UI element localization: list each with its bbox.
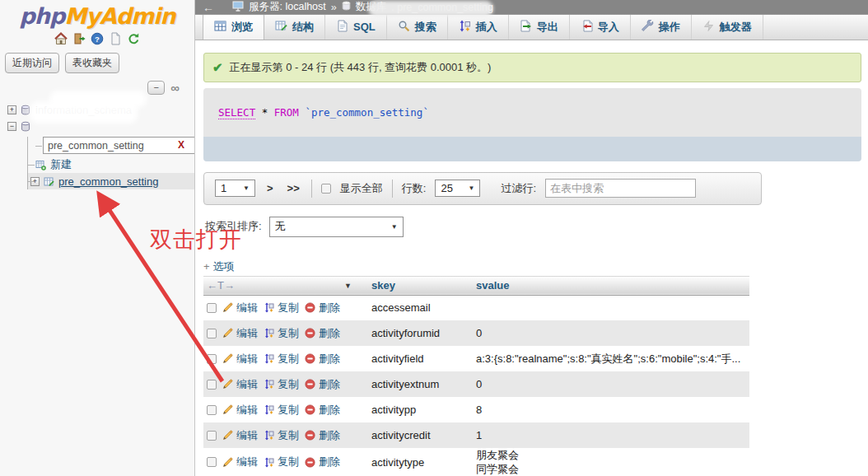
copy-link[interactable]: 复制 <box>264 428 299 443</box>
tree-filter-input[interactable] <box>43 137 195 154</box>
docs-icon[interactable] <box>109 32 122 45</box>
tab-insert[interactable]: 插入 <box>448 15 509 39</box>
delete-link[interactable]: 删除 <box>305 455 340 469</box>
copy-link[interactable]: 复制 <box>264 301 299 315</box>
edit-link[interactable]: 编辑 <box>222 428 258 443</box>
skey-cell: activitytype <box>368 448 473 476</box>
table-favorites-button[interactable]: 表收藏夹 <box>65 53 119 73</box>
edit-link[interactable]: 编辑 <box>222 326 258 341</box>
copy-link[interactable]: 复制 <box>264 455 299 469</box>
tab-search[interactable]: 搜索 <box>387 15 448 39</box>
breadcrumb-server[interactable]: 服务器: localhost <box>249 0 326 14</box>
back-arrow-icon[interactable]: ← <box>203 1 214 14</box>
refresh-icon[interactable] <box>127 32 140 45</box>
tab-label: 结构 <box>292 20 314 35</box>
server-icon <box>232 1 244 14</box>
table-link[interactable]: pre_common_setting <box>58 175 158 188</box>
copy-link[interactable]: 复制 <box>264 326 299 341</box>
tab-label: 导入 <box>598 20 619 35</box>
page-select[interactable]: 1 ▼ <box>215 180 255 197</box>
row-checkbox[interactable] <box>207 329 217 338</box>
options-label: 选项 <box>213 260 235 273</box>
copy-label: 复制 <box>278 352 299 366</box>
expand-icon[interactable]: + <box>7 105 16 114</box>
tab-operations[interactable]: 操作 <box>631 15 692 39</box>
edit-label: 编辑 <box>236 403 258 418</box>
home-icon[interactable] <box>54 32 68 45</box>
copy-label: 复制 <box>278 428 299 443</box>
delete-link[interactable]: 删除 <box>305 428 340 443</box>
expand-icon[interactable]: + <box>30 177 40 186</box>
edit-link[interactable]: 编辑 <box>222 352 258 366</box>
new-table-link[interactable]: 新建 <box>50 157 72 172</box>
options-toggle[interactable]: +选项 <box>203 259 861 274</box>
column-header-skey[interactable]: skey <box>368 276 473 295</box>
delete-icon <box>305 353 315 364</box>
collapse-all-button[interactable]: − <box>147 81 165 95</box>
svalue-line: 同学聚会 <box>476 462 746 476</box>
copy-link[interactable]: 复制 <box>264 377 299 392</box>
query-results-area: ✔ 正在显示第 0 - 24 行 (共 443 行, 查询花费 0.0001 秒… <box>195 40 868 476</box>
delete-link[interactable]: 删除 <box>305 377 340 392</box>
svalue-cell: 0 <box>473 320 749 346</box>
chevron-down-icon: ▼ <box>468 184 474 192</box>
delete-link[interactable]: 删除 <box>305 403 340 418</box>
column-header-svalue[interactable]: svalue <box>473 276 749 295</box>
link-with-main-panel-icon[interactable]: ∞ <box>170 82 180 94</box>
rows-select[interactable]: 25 ▼ <box>435 180 480 197</box>
tab-structure[interactable]: 结构 <box>264 15 325 39</box>
tab-triggers[interactable]: 触发器 <box>692 15 763 39</box>
sql-links-strip <box>203 137 861 161</box>
delete-label: 删除 <box>319 403 340 418</box>
pencil-icon <box>222 302 233 313</box>
row-checkbox[interactable] <box>207 303 217 313</box>
next-page-button[interactable]: > <box>264 182 276 194</box>
column-marker-header[interactable]: ←T→ ▼ <box>203 276 368 295</box>
row-checkbox[interactable] <box>207 431 217 441</box>
column-marker-glyph: ←T→ <box>207 279 235 292</box>
tab-sql[interactable]: SQL <box>325 15 387 39</box>
logo-php: php <box>19 3 64 29</box>
copy-link[interactable]: 复制 <box>264 403 299 418</box>
logout-icon[interactable] <box>72 32 86 45</box>
collapse-icon[interactable]: − <box>7 122 16 131</box>
sort-triangle-icon[interactable]: ▼ <box>344 282 352 290</box>
clear-filter-button[interactable]: X <box>178 139 184 151</box>
edit-link[interactable]: 编辑 <box>222 377 258 392</box>
tree-item-pre-common-setting[interactable]: + pre_common_setting <box>28 173 194 189</box>
tab-import[interactable]: 导入 <box>570 15 631 39</box>
help-icon[interactable]: ? <box>91 32 104 45</box>
filter-rows-input[interactable] <box>545 179 696 198</box>
delete-link[interactable]: 删除 <box>305 326 340 341</box>
show-all-checkbox[interactable] <box>321 184 331 194</box>
chevron-down-icon: ▼ <box>391 223 398 231</box>
skey-cell: activityforumid <box>368 320 473 346</box>
sort-select-value: 无 <box>275 219 286 234</box>
row-checkbox[interactable] <box>207 457 217 467</box>
svalue-line: 朋友聚会 <box>476 448 746 462</box>
tab-browse[interactable]: 浏览 <box>203 15 264 39</box>
delete-link[interactable]: 删除 <box>305 352 340 366</box>
skey-cell: activitypp <box>368 397 473 422</box>
table-row: 编辑 复制 删除 activitypp 8 <box>203 397 749 422</box>
sort-key-select[interactable]: 无 ▼ <box>269 217 404 237</box>
table-row: 编辑 复制 删除 activitycredit 1 <box>203 422 749 448</box>
last-page-button[interactable]: >> <box>285 182 302 194</box>
filter-rows-label: 过滤行: <box>501 181 536 196</box>
row-checkbox[interactable] <box>207 354 217 364</box>
row-checkbox[interactable] <box>207 380 217 390</box>
edit-link[interactable]: 编辑 <box>222 301 258 315</box>
copy-link[interactable]: 复制 <box>264 352 299 366</box>
edit-link[interactable]: 编辑 <box>222 455 258 469</box>
delete-link[interactable]: 删除 <box>305 301 340 315</box>
tree-item-new-table[interactable]: 新建 <box>28 156 194 173</box>
edit-link[interactable]: 编辑 <box>222 403 258 418</box>
copy-label: 复制 <box>278 455 299 469</box>
tab-export[interactable]: 导出 <box>509 15 570 39</box>
row-checkbox[interactable] <box>207 405 217 415</box>
breadcrumb-separator: » <box>331 2 337 13</box>
delete-label: 删除 <box>319 377 340 392</box>
recent-tables-button[interactable]: 近期访问 <box>5 53 59 73</box>
sql-keyword: SELECT <box>218 106 255 119</box>
rows-select-value: 25 <box>441 182 452 194</box>
